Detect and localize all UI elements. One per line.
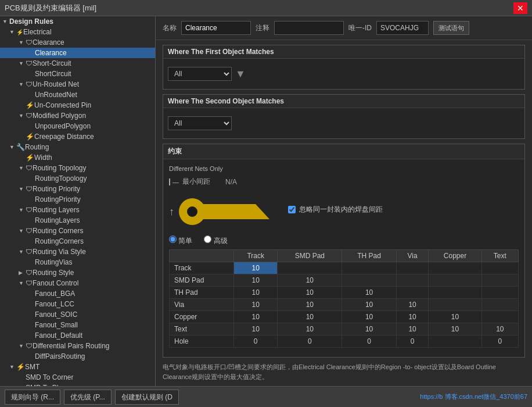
tree-smd-plane[interactable]: SMD To Plane — [0, 383, 155, 386]
table-cell[interactable]: 10 — [278, 287, 342, 299]
table-cell[interactable]: 10 — [342, 311, 397, 323]
table-cell[interactable] — [396, 262, 428, 274]
table-cell[interactable] — [396, 287, 428, 299]
table-cell[interactable]: 0 — [233, 335, 278, 348]
tree-electrical[interactable]: ▼ ⚡ Electrical — [0, 27, 155, 37]
tree-width[interactable]: ⚡ Width — [0, 152, 155, 163]
table-cell[interactable]: 10 — [233, 323, 278, 335]
table-cell[interactable] — [481, 311, 518, 323]
table-cell[interactable] — [481, 299, 518, 311]
tree-root[interactable]: ▼ Design Rules — [0, 16, 155, 27]
table-cell[interactable]: 10 — [233, 287, 278, 299]
tree-diffpairs-item[interactable]: DiffPairsRouting — [0, 351, 155, 362]
tree-unrouted-item[interactable]: UnRoutedNet — [0, 90, 155, 100]
table-cell[interactable]: Copper — [170, 311, 234, 323]
tree-creepage[interactable]: ⚡ Creepage Distance — [0, 131, 155, 142]
table-cell[interactable]: Hole — [170, 335, 234, 348]
test-button[interactable]: 测试语句 — [433, 21, 469, 35]
table-cell[interactable]: 0 — [396, 335, 428, 348]
table-cell[interactable]: 10 — [233, 311, 278, 323]
tree-fanout-group[interactable]: ▼ 🛡 Fanout Control — [0, 278, 155, 288]
table-cell[interactable]: 10 — [342, 287, 397, 299]
col-header-smdpad: SMD Pad — [278, 250, 342, 262]
rules-wizard-button[interactable]: 规则向导 (R... — [5, 390, 60, 405]
radio-simple[interactable] — [169, 235, 177, 243]
tree-diffpairs-group[interactable]: ▼ 🛡 Differential Pairs Routing — [0, 341, 155, 351]
tree-rcorners-group[interactable]: ▼ 🛡 Routing Corners — [0, 226, 155, 236]
table-cell[interactable]: 10 — [396, 323, 428, 335]
table-cell[interactable] — [429, 335, 481, 348]
table-cell[interactable]: 10 — [481, 323, 518, 335]
tree-fanout-default[interactable]: Fanout_Default — [0, 330, 155, 341]
table-cell[interactable]: 10 — [278, 274, 342, 287]
tree-rpriority-item[interactable]: RoutingPriority — [0, 194, 155, 205]
table-cell[interactable]: 10 — [278, 299, 342, 311]
table-cell[interactable] — [342, 274, 397, 287]
tree-rviastyle-group[interactable]: ▼ 🛡 Routing Via Style — [0, 247, 155, 257]
table-cell[interactable] — [342, 262, 397, 274]
tree-rpriority-group[interactable]: ▼ 🛡 Routing Priority — [0, 184, 155, 194]
tree-modpoly-item[interactable]: UnpouredPolygon — [0, 121, 155, 131]
second-match-select[interactable]: All Net Net Class Layer — [168, 116, 232, 130]
table-cell[interactable] — [481, 287, 518, 299]
table-cell[interactable]: 10 — [429, 311, 481, 323]
tree-rtopology-item[interactable]: RoutingTopology — [0, 173, 155, 184]
tree-rtopology-group[interactable]: ▼ 🛡 Routing Topology — [0, 163, 155, 173]
comment-input[interactable] — [274, 21, 344, 35]
table-cell[interactable]: 10 — [233, 262, 278, 274]
tree-rviastyle-item[interactable]: RoutingVias — [0, 257, 155, 267]
tree-smt[interactable]: ▼ ⚡ SMT — [0, 362, 155, 372]
tree-shortcircuit-item[interactable]: ShortCircuit — [0, 69, 155, 79]
tree-routing[interactable]: ▼ 🔧 Routing — [0, 142, 155, 152]
unique-id-input[interactable] — [376, 21, 429, 35]
table-cell[interactable]: 0 — [481, 335, 518, 348]
table-cell[interactable]: 10 — [396, 311, 428, 323]
table-cell[interactable]: Via — [170, 299, 234, 311]
close-button[interactable]: ✕ — [513, 2, 527, 14]
tree-shortcircuit-group[interactable]: ▼ 🛡 Short-Circuit — [0, 58, 155, 69]
table-cell[interactable] — [396, 274, 428, 287]
tree-fanout-bga[interactable]: Fanout_BGA — [0, 288, 155, 299]
name-input[interactable] — [181, 21, 251, 35]
table-cell[interactable]: 0 — [278, 335, 342, 348]
tree-fanout-small[interactable]: Fanout_Small — [0, 320, 155, 330]
tree-fanout-soic[interactable]: Fanout_SOIC — [0, 309, 155, 320]
table-cell[interactable]: 10 — [233, 274, 278, 287]
tree-rstyle-group[interactable]: ▶ 🛡 Routing Style — [0, 267, 155, 278]
table-cell[interactable]: Track — [170, 262, 234, 274]
tree-smd-corner[interactable]: SMD To Corner — [0, 372, 155, 383]
table-cell[interactable]: 0 — [342, 335, 397, 348]
tree-rlayers-item[interactable]: RoutingLayers — [0, 215, 155, 226]
table-cell[interactable] — [278, 262, 342, 274]
create-defaults-button[interactable]: 创建默认规则 (D — [115, 390, 179, 405]
radio-advanced[interactable] — [204, 235, 211, 243]
table-cell[interactable]: Text — [170, 323, 234, 335]
radio-simple-label: 简单 — [169, 235, 192, 246]
table-cell[interactable]: 10 — [233, 299, 278, 311]
table-cell[interactable]: 10 — [342, 299, 397, 311]
table-cell[interactable]: 10 — [342, 323, 397, 335]
tree-modpoly-group[interactable]: ▼ 🛡 Modified Polygon — [0, 110, 155, 121]
table-cell[interactable]: TH Pad — [170, 287, 234, 299]
tree-clearance-group[interactable]: ▼ 🛡 Clearance — [0, 37, 155, 48]
tree-rcorners-item[interactable]: RoutingCorners — [0, 236, 155, 247]
table-cell[interactable] — [481, 274, 518, 287]
table-cell[interactable]: 10 — [429, 323, 481, 335]
table-cell[interactable] — [481, 262, 518, 274]
tree-unconnected[interactable]: ⚡ Un-Connected Pin — [0, 100, 155, 110]
first-match-select[interactable]: All Net Net Class Layer — [168, 67, 232, 81]
tree-fanout-lcc[interactable]: Fanout_LCC — [0, 299, 155, 309]
tree-unrouted-group[interactable]: ▼ 🛡 Un-Routed Net — [0, 79, 155, 90]
table-cell[interactable]: SMD Pad — [170, 274, 234, 287]
table-cell[interactable] — [429, 262, 481, 274]
tree-rlayers-group[interactable]: ▼ 🛡 Routing Layers — [0, 205, 155, 215]
table-cell[interactable] — [429, 274, 481, 287]
priority-button[interactable]: 优先级 (P... — [64, 390, 112, 405]
tree-clearance-item[interactable]: Clearance — [0, 48, 155, 58]
table-cell[interactable] — [429, 299, 481, 311]
table-cell[interactable]: 10 — [278, 311, 342, 323]
ignore-checkbox[interactable] — [288, 206, 296, 213]
table-cell[interactable]: 10 — [396, 299, 428, 311]
table-cell[interactable]: 10 — [278, 323, 342, 335]
table-cell[interactable] — [429, 287, 481, 299]
